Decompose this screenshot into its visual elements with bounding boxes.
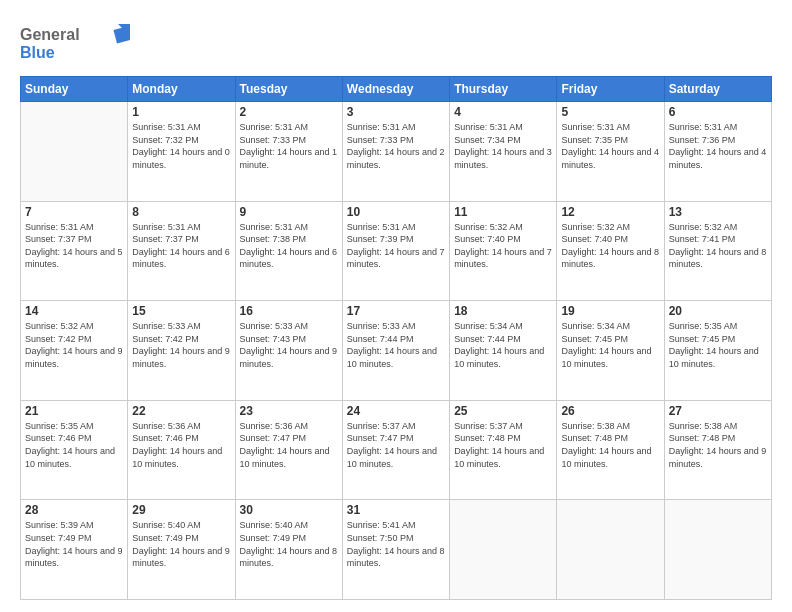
calendar-cell: 18Sunrise: 5:34 AMSunset: 7:44 PMDayligh… <box>450 301 557 401</box>
calendar-cell: 6Sunrise: 5:31 AMSunset: 7:36 PMDaylight… <box>664 102 771 202</box>
day-info: Sunrise: 5:32 AMSunset: 7:42 PMDaylight:… <box>25 320 123 370</box>
day-info: Sunrise: 5:36 AMSunset: 7:47 PMDaylight:… <box>240 420 338 470</box>
calendar-cell: 4Sunrise: 5:31 AMSunset: 7:34 PMDaylight… <box>450 102 557 202</box>
logo: General Blue <box>20 20 130 68</box>
day-number: 19 <box>561 304 659 318</box>
calendar-cell <box>664 500 771 600</box>
calendar-header-wednesday: Wednesday <box>342 77 449 102</box>
day-number: 10 <box>347 205 445 219</box>
calendar-cell: 25Sunrise: 5:37 AMSunset: 7:48 PMDayligh… <box>450 400 557 500</box>
day-number: 8 <box>132 205 230 219</box>
calendar-header-tuesday: Tuesday <box>235 77 342 102</box>
day-info: Sunrise: 5:31 AMSunset: 7:36 PMDaylight:… <box>669 121 767 171</box>
calendar-cell: 9Sunrise: 5:31 AMSunset: 7:38 PMDaylight… <box>235 201 342 301</box>
day-number: 20 <box>669 304 767 318</box>
day-number: 24 <box>347 404 445 418</box>
day-number: 11 <box>454 205 552 219</box>
day-info: Sunrise: 5:40 AMSunset: 7:49 PMDaylight:… <box>132 519 230 569</box>
calendar-cell: 28Sunrise: 5:39 AMSunset: 7:49 PMDayligh… <box>21 500 128 600</box>
day-number: 18 <box>454 304 552 318</box>
day-number: 5 <box>561 105 659 119</box>
calendar-header-thursday: Thursday <box>450 77 557 102</box>
day-info: Sunrise: 5:32 AMSunset: 7:40 PMDaylight:… <box>561 221 659 271</box>
day-number: 23 <box>240 404 338 418</box>
svg-text:General: General <box>20 26 80 43</box>
day-info: Sunrise: 5:38 AMSunset: 7:48 PMDaylight:… <box>561 420 659 470</box>
day-number: 7 <box>25 205 123 219</box>
day-info: Sunrise: 5:31 AMSunset: 7:33 PMDaylight:… <box>347 121 445 171</box>
day-info: Sunrise: 5:32 AMSunset: 7:41 PMDaylight:… <box>669 221 767 271</box>
day-info: Sunrise: 5:31 AMSunset: 7:37 PMDaylight:… <box>25 221 123 271</box>
day-number: 25 <box>454 404 552 418</box>
calendar-cell: 30Sunrise: 5:40 AMSunset: 7:49 PMDayligh… <box>235 500 342 600</box>
calendar-table: SundayMondayTuesdayWednesdayThursdayFrid… <box>20 76 772 600</box>
calendar-cell: 29Sunrise: 5:40 AMSunset: 7:49 PMDayligh… <box>128 500 235 600</box>
day-number: 2 <box>240 105 338 119</box>
day-info: Sunrise: 5:38 AMSunset: 7:48 PMDaylight:… <box>669 420 767 470</box>
calendar-cell: 1Sunrise: 5:31 AMSunset: 7:32 PMDaylight… <box>128 102 235 202</box>
day-info: Sunrise: 5:36 AMSunset: 7:46 PMDaylight:… <box>132 420 230 470</box>
day-number: 4 <box>454 105 552 119</box>
calendar-cell: 27Sunrise: 5:38 AMSunset: 7:48 PMDayligh… <box>664 400 771 500</box>
calendar-cell: 19Sunrise: 5:34 AMSunset: 7:45 PMDayligh… <box>557 301 664 401</box>
day-info: Sunrise: 5:40 AMSunset: 7:49 PMDaylight:… <box>240 519 338 569</box>
calendar-cell: 22Sunrise: 5:36 AMSunset: 7:46 PMDayligh… <box>128 400 235 500</box>
page: General Blue SundayMondayTuesdayWednesda… <box>0 0 792 612</box>
calendar-cell <box>450 500 557 600</box>
calendar-cell: 24Sunrise: 5:37 AMSunset: 7:47 PMDayligh… <box>342 400 449 500</box>
calendar-cell: 20Sunrise: 5:35 AMSunset: 7:45 PMDayligh… <box>664 301 771 401</box>
calendar-cell: 7Sunrise: 5:31 AMSunset: 7:37 PMDaylight… <box>21 201 128 301</box>
calendar-cell: 15Sunrise: 5:33 AMSunset: 7:42 PMDayligh… <box>128 301 235 401</box>
calendar-cell: 14Sunrise: 5:32 AMSunset: 7:42 PMDayligh… <box>21 301 128 401</box>
calendar-cell: 16Sunrise: 5:33 AMSunset: 7:43 PMDayligh… <box>235 301 342 401</box>
day-number: 26 <box>561 404 659 418</box>
day-number: 15 <box>132 304 230 318</box>
svg-text:Blue: Blue <box>20 44 55 61</box>
calendar-week-row: 7Sunrise: 5:31 AMSunset: 7:37 PMDaylight… <box>21 201 772 301</box>
day-info: Sunrise: 5:33 AMSunset: 7:43 PMDaylight:… <box>240 320 338 370</box>
day-info: Sunrise: 5:41 AMSunset: 7:50 PMDaylight:… <box>347 519 445 569</box>
calendar-cell: 11Sunrise: 5:32 AMSunset: 7:40 PMDayligh… <box>450 201 557 301</box>
logo-text: General Blue <box>20 20 130 68</box>
day-info: Sunrise: 5:35 AMSunset: 7:45 PMDaylight:… <box>669 320 767 370</box>
day-number: 1 <box>132 105 230 119</box>
calendar-header-sunday: Sunday <box>21 77 128 102</box>
day-info: Sunrise: 5:37 AMSunset: 7:47 PMDaylight:… <box>347 420 445 470</box>
day-number: 21 <box>25 404 123 418</box>
calendar-cell: 3Sunrise: 5:31 AMSunset: 7:33 PMDaylight… <box>342 102 449 202</box>
day-info: Sunrise: 5:31 AMSunset: 7:32 PMDaylight:… <box>132 121 230 171</box>
calendar-header-row: SundayMondayTuesdayWednesdayThursdayFrid… <box>21 77 772 102</box>
calendar-cell: 31Sunrise: 5:41 AMSunset: 7:50 PMDayligh… <box>342 500 449 600</box>
day-number: 27 <box>669 404 767 418</box>
day-info: Sunrise: 5:31 AMSunset: 7:35 PMDaylight:… <box>561 121 659 171</box>
calendar-cell: 13Sunrise: 5:32 AMSunset: 7:41 PMDayligh… <box>664 201 771 301</box>
day-number: 6 <box>669 105 767 119</box>
day-info: Sunrise: 5:32 AMSunset: 7:40 PMDaylight:… <box>454 221 552 271</box>
calendar-week-row: 1Sunrise: 5:31 AMSunset: 7:32 PMDaylight… <box>21 102 772 202</box>
day-info: Sunrise: 5:31 AMSunset: 7:33 PMDaylight:… <box>240 121 338 171</box>
calendar-cell: 8Sunrise: 5:31 AMSunset: 7:37 PMDaylight… <box>128 201 235 301</box>
day-number: 30 <box>240 503 338 517</box>
header: General Blue <box>20 16 772 68</box>
calendar-cell: 21Sunrise: 5:35 AMSunset: 7:46 PMDayligh… <box>21 400 128 500</box>
day-info: Sunrise: 5:34 AMSunset: 7:44 PMDaylight:… <box>454 320 552 370</box>
day-number: 29 <box>132 503 230 517</box>
calendar-header-saturday: Saturday <box>664 77 771 102</box>
day-number: 14 <box>25 304 123 318</box>
calendar-cell <box>21 102 128 202</box>
day-number: 13 <box>669 205 767 219</box>
day-info: Sunrise: 5:31 AMSunset: 7:34 PMDaylight:… <box>454 121 552 171</box>
calendar-week-row: 14Sunrise: 5:32 AMSunset: 7:42 PMDayligh… <box>21 301 772 401</box>
day-info: Sunrise: 5:34 AMSunset: 7:45 PMDaylight:… <box>561 320 659 370</box>
day-number: 3 <box>347 105 445 119</box>
calendar-week-row: 21Sunrise: 5:35 AMSunset: 7:46 PMDayligh… <box>21 400 772 500</box>
day-number: 12 <box>561 205 659 219</box>
day-number: 28 <box>25 503 123 517</box>
calendar-cell: 2Sunrise: 5:31 AMSunset: 7:33 PMDaylight… <box>235 102 342 202</box>
day-info: Sunrise: 5:31 AMSunset: 7:37 PMDaylight:… <box>132 221 230 271</box>
day-number: 31 <box>347 503 445 517</box>
day-number: 22 <box>132 404 230 418</box>
calendar-cell: 12Sunrise: 5:32 AMSunset: 7:40 PMDayligh… <box>557 201 664 301</box>
calendar-cell: 17Sunrise: 5:33 AMSunset: 7:44 PMDayligh… <box>342 301 449 401</box>
calendar-header-friday: Friday <box>557 77 664 102</box>
